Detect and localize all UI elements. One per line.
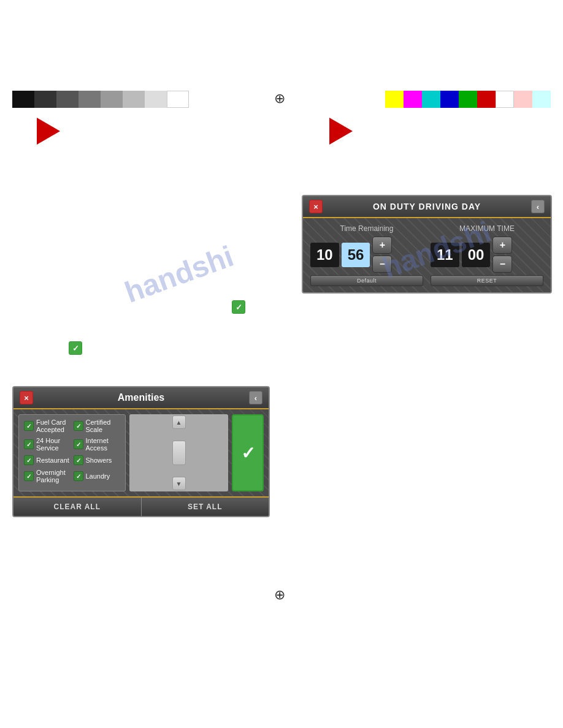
play-arrow-left — [37, 118, 60, 145]
amenity-laundry-checkbox[interactable] — [74, 471, 83, 481]
amenities-back-button[interactable]: ‹ — [249, 391, 262, 404]
watermark-text: handshi — [120, 239, 238, 309]
amenity-24hr[interactable]: 24 Hour Service — [24, 437, 71, 452]
amenity-overnight-parking[interactable]: Overnight Parking — [24, 469, 71, 483]
amenities-confirm-button[interactable]: ✓ — [232, 414, 264, 491]
amenity-row-2: 24 Hour Service Internet Access — [24, 437, 120, 452]
amenities-close-button[interactable]: × — [20, 391, 33, 404]
amenity-overnight-parking-checkbox[interactable] — [24, 471, 34, 481]
amenities-scrollbar[interactable]: ▲ ▼ — [129, 414, 228, 491]
color-swatch-green — [459, 91, 477, 108]
amenity-internet[interactable]: Internet Access — [74, 437, 121, 452]
driving-back-button[interactable]: ‹ — [531, 200, 545, 213]
maximum-time-hours: 11 — [431, 243, 459, 267]
amenities-body: Fuel Card Accepted Certified Scale 24 Ho… — [13, 409, 269, 496]
time-remaining-controls: + − — [372, 237, 392, 273]
gray-swatch-1 — [12, 91, 34, 108]
amenity-fuel-card-checkbox[interactable] — [24, 421, 34, 431]
time-remaining-col: Time Remaining 10 56 + − Default — [310, 224, 423, 286]
amenity-certified-scale[interactable]: Certified Scale — [74, 419, 121, 433]
time-remaining-sub: Default — [310, 275, 423, 286]
color-swatch-blue — [440, 91, 459, 108]
maximum-time-minus-button[interactable]: − — [492, 256, 512, 273]
maximum-time-col: MAXIMUM TIME 11 00 + − RESET — [431, 224, 543, 286]
driving-title: ON DUTY DRIVING DAY — [323, 202, 531, 211]
color-bar — [385, 91, 551, 108]
confirm-check-icon: ✓ — [241, 443, 255, 463]
maximum-time-controls: + − — [492, 237, 512, 273]
small-checkmark-top — [232, 300, 245, 316]
amenity-showers[interactable]: Showers — [74, 455, 121, 465]
gray-swatch-3 — [56, 91, 79, 108]
amenity-fuel-card-label: Fuel Card Accepted — [36, 419, 71, 433]
gray-swatch-8 — [167, 91, 189, 108]
gray-swatch-5 — [101, 91, 123, 108]
amenities-header: × Amenities ‹ — [13, 387, 269, 409]
gray-swatch-6 — [123, 91, 145, 108]
maximum-time-display: 11 00 + − — [431, 237, 543, 273]
maximum-time-plus-button[interactable]: + — [492, 237, 512, 254]
amenity-showers-label: Showers — [86, 457, 112, 464]
time-remaining-display: 10 56 + − — [310, 237, 423, 273]
maximum-time-sub: RESET — [431, 275, 543, 286]
maximum-time-label: MAXIMUM TIME — [431, 224, 543, 233]
amenity-internet-checkbox[interactable] — [74, 439, 83, 449]
driving-close-button[interactable]: × — [309, 200, 323, 213]
driving-columns: Time Remaining 10 56 + − Default MAXIMUM… — [310, 224, 543, 286]
default-button[interactable]: Default — [310, 275, 423, 286]
reset-button[interactable]: RESET — [431, 275, 543, 286]
time-remaining-hours: 10 — [310, 243, 339, 267]
color-swatch-lightpink — [514, 91, 532, 108]
amenity-laundry-label: Laundry — [86, 472, 110, 480]
color-swatch-magenta — [404, 91, 422, 108]
driving-body: Time Remaining 10 56 + − Default MAXIMUM… — [303, 218, 551, 292]
scroll-up-button[interactable]: ▲ — [172, 415, 186, 429]
amenity-row-1: Fuel Card Accepted Certified Scale — [24, 419, 120, 433]
amenity-showers-checkbox[interactable] — [74, 455, 83, 465]
amenities-panel: × Amenities ‹ Fuel Card Accepted Certifi… — [12, 386, 270, 517]
color-swatch-lightcyan — [532, 91, 551, 108]
clear-all-button[interactable]: CLEAR ALL — [13, 498, 142, 516]
amenities-grid: Fuel Card Accepted Certified Scale 24 Ho… — [18, 414, 126, 491]
amenities-title: Amenities — [33, 392, 249, 403]
time-remaining-label: Time Remaining — [310, 224, 423, 233]
driving-panel: × ON DUTY DRIVING DAY ‹ Time Remaining 1… — [302, 195, 552, 294]
time-remaining-plus-button[interactable]: + — [372, 237, 392, 254]
amenity-certified-scale-label: Certified Scale — [86, 419, 121, 433]
set-all-button[interactable]: SET ALL — [142, 498, 269, 516]
amenity-restaurant-label: Restaurant — [36, 457, 69, 464]
gray-swatch-4 — [79, 91, 101, 108]
amenity-fuel-card[interactable]: Fuel Card Accepted — [24, 419, 71, 433]
maximum-time-minutes: 00 — [462, 243, 491, 267]
amenity-restaurant-checkbox[interactable] — [24, 455, 34, 465]
crosshair-top: ⊕ — [274, 91, 285, 107]
play-arrow-right — [329, 118, 353, 145]
grayscale-bar — [12, 91, 189, 108]
amenity-24hr-label: 24 Hour Service — [36, 437, 71, 452]
amenity-internet-label: Internet Access — [86, 437, 121, 452]
amenity-certified-scale-checkbox[interactable] — [74, 421, 83, 431]
crosshair-bottom: ⊕ — [274, 587, 285, 603]
scroll-thumb[interactable] — [172, 441, 186, 465]
driving-header: × ON DUTY DRIVING DAY ‹ — [303, 196, 551, 218]
color-swatch-red — [477, 91, 496, 108]
gray-swatch-7 — [145, 91, 167, 108]
color-swatch-cyan — [422, 91, 440, 108]
small-checkmark-left — [69, 341, 82, 357]
color-swatch-yellow — [385, 91, 404, 108]
color-swatch-white — [496, 91, 514, 108]
amenity-24hr-checkbox[interactable] — [24, 439, 34, 449]
time-remaining-minutes: 56 — [342, 243, 370, 267]
amenities-footer: CLEAR ALL SET ALL — [13, 496, 269, 516]
scroll-down-button[interactable]: ▼ — [172, 477, 186, 490]
amenity-overnight-parking-label: Overnight Parking — [36, 469, 71, 483]
amenity-row-4: Overnight Parking Laundry — [24, 469, 120, 483]
amenity-restaurant[interactable]: Restaurant — [24, 455, 71, 465]
amenity-laundry[interactable]: Laundry — [74, 469, 121, 483]
gray-swatch-2 — [34, 91, 56, 108]
amenity-row-3: Restaurant Showers — [24, 455, 120, 465]
time-remaining-minus-button[interactable]: − — [372, 256, 392, 273]
